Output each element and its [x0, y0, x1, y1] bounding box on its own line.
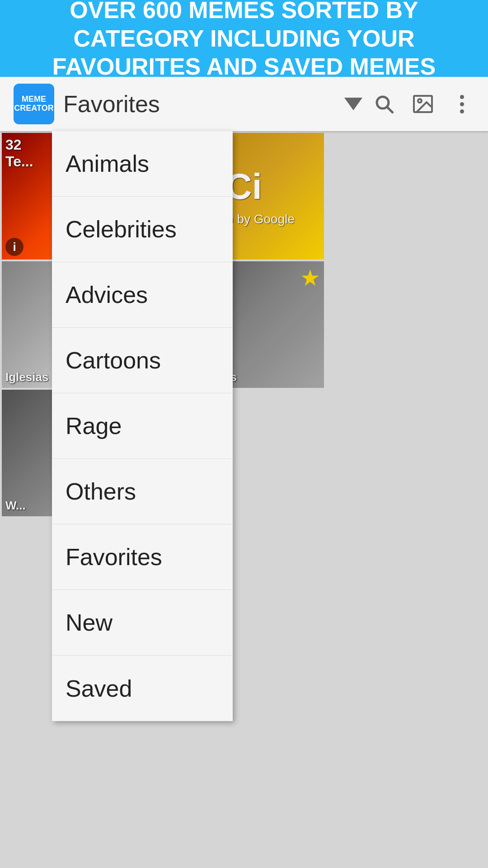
- dropdown-item-others[interactable]: Others: [52, 459, 233, 524]
- dropdown-arrow-icon[interactable]: [344, 98, 362, 110]
- dropdown-item-rage[interactable]: Rage: [52, 393, 233, 459]
- dropdown-item-new[interactable]: New: [52, 590, 233, 656]
- dropdown-item-celebrities[interactable]: Celebrities: [52, 197, 233, 262]
- search-button[interactable]: [371, 91, 397, 117]
- svg-line-1: [387, 107, 393, 113]
- svg-point-0: [377, 97, 389, 108]
- dropdown-menu: Animals Celebrities Advices Cartoons Rag…: [52, 131, 233, 721]
- dropdown-item-favorites[interactable]: Favorites: [52, 524, 233, 590]
- image-button[interactable]: [410, 91, 436, 117]
- dropdown-item-saved[interactable]: Saved: [52, 656, 233, 721]
- app-bar: MEMECREATOR Favorites: [0, 77, 488, 131]
- more-options-button[interactable]: [449, 91, 474, 117]
- svg-point-3: [418, 99, 422, 103]
- banner-text: OVER 600 MEMES SORTED BY CATEGORY INCLUD…: [9, 0, 479, 81]
- dropdown-item-advices[interactable]: Advices: [52, 262, 233, 328]
- app-bar-icons: [371, 91, 474, 117]
- app-bar-title: Favorites: [63, 90, 340, 118]
- dropdown-item-cartoons[interactable]: Cartoons: [52, 328, 233, 393]
- three-dots-icon: [460, 95, 464, 113]
- content-area: 32Te... i Ci AdMob by Google ★ Iglesias …: [0, 131, 488, 868]
- app-icon-label: MEMECREATOR: [14, 95, 53, 113]
- app-icon[interactable]: MEMECREATOR: [14, 84, 54, 124]
- top-banner: OVER 600 MEMES SORTED BY CATEGORY INCLUD…: [0, 0, 488, 77]
- dropdown-item-animals[interactable]: Animals: [52, 131, 233, 197]
